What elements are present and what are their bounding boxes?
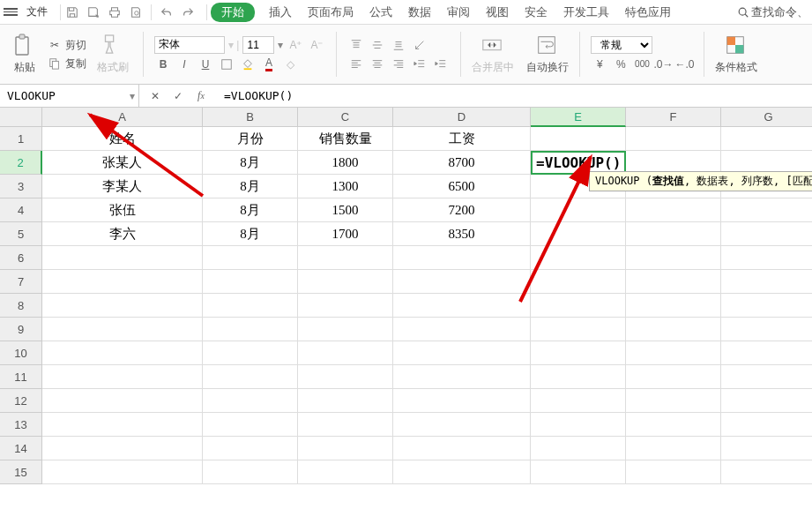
cell-D8[interactable] — [393, 294, 531, 318]
tab-开始[interactable]: 开始 — [211, 3, 255, 22]
row-header-8[interactable]: 8 — [0, 294, 42, 318]
cell-E11[interactable] — [531, 365, 626, 389]
cell-D12[interactable] — [393, 389, 531, 413]
paste-button[interactable]: 粘贴 — [9, 34, 41, 75]
name-box-input[interactable] — [0, 89, 126, 102]
row-header-9[interactable]: 9 — [0, 318, 42, 341]
chevron-down-icon[interactable]: ▾ — [126, 90, 138, 102]
font-color-icon[interactable]: A — [260, 56, 278, 73]
underline-icon[interactable]: U — [197, 56, 214, 73]
indent-decrease-icon[interactable] — [411, 56, 428, 73]
decrease-font-icon[interactable]: A⁻ — [308, 36, 325, 54]
cell-D4[interactable]: 7200 — [393, 198, 531, 222]
column-header-D[interactable]: D — [393, 108, 531, 127]
phonetic-icon[interactable]: ◇ — [281, 56, 299, 73]
cell-C9[interactable] — [298, 318, 393, 341]
redo-icon[interactable] — [180, 4, 196, 20]
cell-G7[interactable] — [721, 270, 812, 294]
cell-C14[interactable] — [298, 437, 393, 460]
spreadsheet-grid[interactable]: ABCDEFG 123456789101112131415 姓名月份销售数量工资… — [0, 108, 812, 509]
row-header-3[interactable]: 3 — [0, 175, 42, 198]
cell-A13[interactable] — [42, 413, 203, 437]
cell-B10[interactable] — [203, 341, 298, 365]
tab-审阅[interactable]: 审阅 — [445, 3, 472, 22]
decrease-decimal-icon[interactable]: ←.0 — [675, 56, 693, 73]
cell-G15[interactable] — [721, 460, 812, 484]
copy-button[interactable]: 复制 — [46, 56, 88, 72]
cell-A15[interactable] — [42, 460, 203, 484]
row-header-6[interactable]: 6 — [0, 246, 42, 270]
column-header-C[interactable]: C — [298, 108, 393, 127]
cell-C11[interactable] — [298, 365, 393, 389]
cell-B9[interactable] — [203, 318, 298, 341]
cell-F10[interactable] — [626, 341, 721, 365]
cell-F8[interactable] — [626, 294, 721, 318]
cell-A3[interactable]: 李某人 — [42, 175, 203, 198]
cell-B13[interactable] — [203, 413, 298, 437]
cell-C12[interactable] — [298, 389, 393, 413]
cell-E9[interactable] — [531, 318, 626, 341]
cell-B7[interactable] — [203, 270, 298, 294]
align-center-icon[interactable] — [369, 56, 386, 73]
cell-A1[interactable]: 姓名 — [42, 127, 203, 151]
cell-G5[interactable] — [721, 222, 812, 246]
cell-B15[interactable] — [203, 460, 298, 484]
cell-D15[interactable] — [393, 460, 531, 484]
cell-D5[interactable]: 8350 — [393, 222, 531, 246]
tab-视图[interactable]: 视图 — [484, 3, 510, 22]
align-right-icon[interactable] — [390, 56, 407, 73]
indent-increase-icon[interactable] — [432, 56, 450, 73]
search-command[interactable]: 查找命令、 — [737, 4, 808, 20]
cell-D6[interactable] — [393, 246, 531, 270]
cell-B1[interactable]: 月份 — [203, 127, 298, 151]
cell-C7[interactable] — [298, 270, 393, 294]
row-header-12[interactable]: 12 — [0, 389, 42, 413]
cell-D14[interactable] — [393, 437, 531, 460]
column-header-B[interactable]: B — [203, 108, 298, 127]
currency-icon[interactable]: ¥ — [591, 56, 608, 73]
cell-G4[interactable] — [721, 198, 812, 222]
cell-A11[interactable] — [42, 365, 203, 389]
cell-B8[interactable] — [203, 294, 298, 318]
cell-D2[interactable]: 8700 — [393, 151, 531, 175]
row-header-1[interactable]: 1 — [0, 127, 42, 151]
cell-F5[interactable] — [626, 222, 721, 246]
row-header-11[interactable]: 11 — [0, 365, 42, 389]
cell-E10[interactable] — [531, 341, 626, 365]
cell-G11[interactable] — [721, 365, 812, 389]
cell-B4[interactable]: 8月 — [203, 198, 298, 222]
cell-A14[interactable] — [42, 437, 203, 460]
cell-C1[interactable]: 销售数量 — [298, 127, 393, 151]
tab-安全[interactable]: 安全 — [523, 3, 549, 22]
column-header-F[interactable]: F — [626, 108, 721, 127]
cell-G10[interactable] — [721, 341, 812, 365]
fx-icon[interactable]: fx — [194, 89, 208, 103]
cell-G1[interactable] — [721, 127, 812, 151]
merge-center-button[interactable]: 合并居中 — [468, 28, 518, 80]
cell-B14[interactable] — [203, 437, 298, 460]
cell-G6[interactable] — [721, 246, 812, 270]
cell-E1[interactable] — [531, 127, 626, 151]
cell-F14[interactable] — [626, 437, 721, 460]
cell-C4[interactable]: 1500 — [298, 198, 393, 222]
cell-A4[interactable]: 张伍 — [42, 198, 203, 222]
cell-C2[interactable]: 1800 — [298, 151, 393, 175]
save-as-icon[interactable] — [86, 4, 101, 20]
cell-E14[interactable] — [531, 437, 626, 460]
number-format-select[interactable]: 常规 — [591, 36, 652, 54]
formula-input[interactable] — [217, 89, 812, 102]
cell-C5[interactable]: 1700 — [298, 222, 393, 246]
align-middle-icon[interactable] — [369, 36, 386, 54]
cell-A10[interactable] — [42, 341, 203, 365]
cell-B11[interactable] — [203, 365, 298, 389]
print-icon[interactable] — [107, 4, 123, 20]
cell-F15[interactable] — [626, 460, 721, 484]
cell-E8[interactable] — [531, 294, 626, 318]
cut-button[interactable]: ✂剪切 — [46, 37, 88, 54]
cell-B3[interactable]: 8月 — [203, 175, 298, 198]
column-header-A[interactable]: A — [42, 108, 203, 127]
cell-G12[interactable] — [721, 389, 812, 413]
chevron-down-icon[interactable]: ▾ — [278, 39, 283, 51]
cell-A2[interactable]: 张某人 — [42, 151, 203, 175]
cell-C6[interactable] — [298, 246, 393, 270]
